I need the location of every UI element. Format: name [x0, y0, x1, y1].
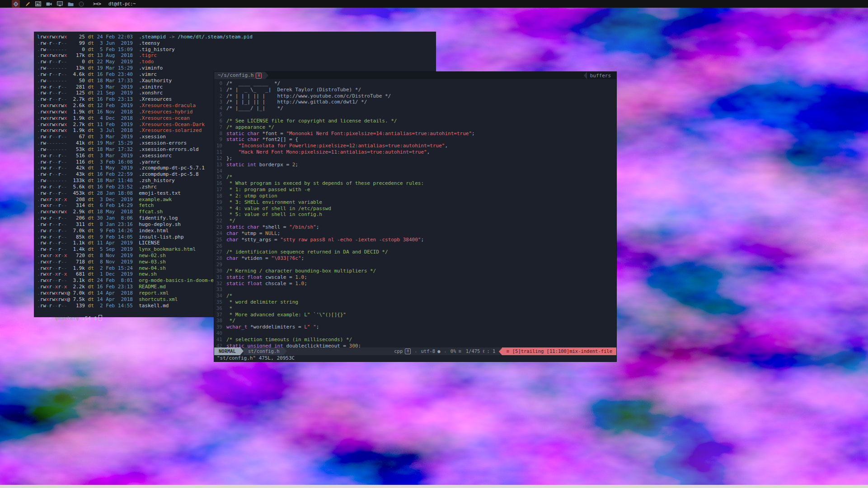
code-line: 31static float cwscale = 1.0;	[214, 274, 616, 281]
encoding-label: utf-8	[421, 347, 436, 355]
code-line: 23static char *shell = "/bin/sh";	[214, 224, 616, 230]
code-line: 17 * 1: program passed with -e	[214, 187, 616, 193]
code-lines: 0/* ____ _____ */1/* | _ \_ _| Derek Tay…	[214, 80, 616, 347]
powerline-arrow-icon	[240, 347, 244, 355]
vim-mode-indicator: NORMAL	[214, 347, 240, 355]
header-file-icon: H	[256, 73, 262, 79]
cursor-position: 1/475	[466, 347, 480, 355]
code-line: 26	[214, 243, 616, 249]
code-line: 28char *vtiden = "\033[?6c";	[214, 255, 616, 262]
code-line: 35 * word delimiter string	[214, 299, 616, 305]
lines-icon: ≡	[458, 347, 461, 355]
code-line: 7/* appearance */	[214, 124, 616, 131]
settings-icon[interactable]	[12, 0, 20, 8]
line-glyph-icon: ℓ	[482, 347, 484, 355]
code-line: 1/* | _ \_ _| Derek Taylor (DistroTube) …	[214, 87, 616, 93]
code-line: 3/* | |_| || | http://www.gitlab.com/dwt…	[214, 99, 616, 105]
code-line: 21 * 5: value of shell in config.h	[214, 211, 616, 218]
code-line: 41/* selection timeouts (in milliseconds…	[214, 337, 616, 343]
monitor-icon[interactable]	[57, 0, 63, 7]
vim-statusline: NORMAL st/config.h cpp H ‹ utf-8 ● ‹ 0% …	[214, 347, 616, 355]
scroll-percent: 0%	[450, 347, 456, 355]
code-line: 30/* Kerning / character bounding-box mu…	[214, 268, 616, 274]
code-line: 22 */	[214, 218, 616, 224]
circle-icon[interactable]	[79, 0, 84, 7]
code-line: 11 "Hack Nerd Font Mono:pixelsize=11:ant…	[214, 149, 616, 155]
file-row: .rw------- 13k dt 19 Mar 15:29 .viminfo	[37, 65, 436, 71]
filetype-label: cpp	[394, 347, 403, 355]
code-line: 18 * 2: utmp option	[214, 193, 616, 199]
file-row: .rwxrwxrwx 17k dt 13 Aug 2018 .tigrc	[37, 52, 436, 59]
git-behind-count: ↓54	[82, 315, 91, 321]
code-line: 33	[214, 286, 616, 293]
code-line: 16 * What program is execed by st depend…	[214, 180, 616, 187]
buffer-tab[interactable]: ~/s/config.h H	[214, 72, 265, 79]
code-line: 34/*	[214, 293, 616, 299]
system-tray	[12, 0, 84, 8]
code-line: 38 */	[214, 318, 616, 324]
image-icon[interactable]	[35, 0, 41, 7]
code-line: 15/*	[214, 174, 616, 180]
code-line: 13static int borderpx = 2;	[214, 162, 616, 168]
code-line: 39wchar_t *worddelimiters = L" ";	[214, 324, 616, 330]
code-line: 10 "Inconsolata for Powerline:pixelsize=…	[214, 143, 616, 149]
camera-icon[interactable]	[46, 0, 52, 7]
bufferline-right: buffers	[584, 72, 616, 79]
vim-bufferline: ~/s/config.h H buffers	[214, 72, 616, 79]
shell-glyph: ><>	[93, 1, 101, 6]
code-line: 36 *	[214, 305, 616, 312]
code-line: 25char *stty_args = "stty raw pass8 nl -…	[214, 237, 616, 243]
pencil-icon[interactable]	[25, 0, 30, 7]
git-branch-indicator: ψmasterψ	[55, 315, 79, 321]
statusline-filename: st/config.h	[244, 347, 284, 355]
buffer-tab-label: ~/s/config.h	[218, 72, 253, 79]
vim-command-line[interactable]: "st/config.h" 475L, 20953C	[214, 355, 616, 361]
code-line: 2/* | | | || | http://www.youtube.com/c/…	[214, 93, 616, 99]
powerline-arrow-icon	[284, 347, 287, 355]
code-line: 29	[214, 262, 616, 268]
code-line: 0/* ____ _____ */	[214, 80, 616, 87]
code-line: 19 * 3: SHELL environment variable	[214, 199, 616, 206]
code-area[interactable]: 0/* ____ _____ */1/* | _ \_ _| Derek Tay…	[214, 79, 616, 347]
lint-warnings-badge: ≡ [5]trailing [11:100]mix-indent-file	[502, 347, 616, 355]
code-line: 14	[214, 168, 616, 174]
bottom-panel	[0, 485, 868, 488]
code-line: 24char *utmp = NULL;	[214, 230, 616, 237]
file-row: .rw-r--r-- 99 dt 3 Jun 2019 .teensy	[37, 40, 436, 47]
powerline-arrow-icon	[499, 348, 502, 355]
chevron-left-icon: ‹	[444, 349, 446, 354]
chevron-left-icon	[584, 72, 587, 79]
terminal-cursor	[99, 315, 102, 321]
code-line: 12};	[214, 155, 616, 162]
file-row: .rw-r--r-- 0 dt 22 May 2019 .todo	[37, 59, 436, 65]
code-line: 5	[214, 112, 616, 118]
code-line: 6/* See LICENSE file for copyright and l…	[214, 118, 616, 124]
statusline-right: cpp H ‹ utf-8 ● ‹ 0% ≡ 1/475 ℓ : 1 ≡ [5]…	[394, 347, 616, 355]
code-line: 32static float chscale = 1.0;	[214, 281, 616, 287]
code-line: 42static unsigned int doubleclicktimeout…	[214, 343, 616, 347]
tab-separator-arrow-icon	[265, 72, 268, 79]
warn-text: [5]trailing [11:100]mix-indent-file	[512, 347, 612, 355]
chevron-left-icon: ‹	[414, 349, 417, 354]
filetype-icon: H	[405, 348, 411, 354]
code-line: 20 * 4: value of shell in /etc/passwd	[214, 206, 616, 212]
folder-icon[interactable]	[68, 0, 74, 7]
code-line: 8static char *font = "Mononoki Nerd Font…	[214, 131, 616, 137]
file-row: .rw------- 0 dt 5 Feb 15:09 .tig_history	[37, 47, 436, 53]
code-line: 9static char *font2[] = {	[214, 136, 616, 143]
prompt-symbol: $	[94, 315, 97, 321]
cursor-column: : 1	[487, 347, 495, 355]
vim-editor-window[interactable]: ~/s/config.h H buffers 0/* ____ _____ */…	[214, 71, 617, 362]
window-title: dt@dt-pc:~	[108, 1, 136, 6]
warn-lines-icon: ≡	[506, 347, 509, 355]
code-line: 27/* identification sequence returned in…	[214, 249, 616, 255]
code-line: 4/* |____/ |_| */	[214, 105, 616, 112]
code-line: 40	[214, 330, 616, 337]
top-status-bar: ><> dt@dt-pc:~	[0, 0, 868, 8]
file-row: lrwxrwxrwx 25 dt 24 Feb 22:03 .steampid …	[37, 34, 436, 40]
os-icon: ●	[437, 347, 440, 355]
code-line: 37 * More advanced example: L" `'\"()[]{…	[214, 312, 616, 318]
buffers-label: buffers	[590, 73, 611, 79]
